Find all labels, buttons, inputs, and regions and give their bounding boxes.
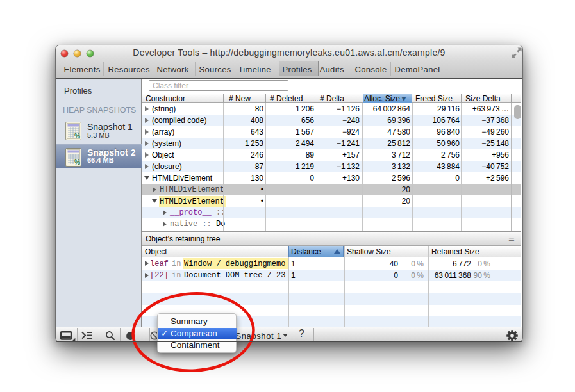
svg-text:%: % xyxy=(74,133,80,140)
svg-text:%: % xyxy=(74,159,80,166)
